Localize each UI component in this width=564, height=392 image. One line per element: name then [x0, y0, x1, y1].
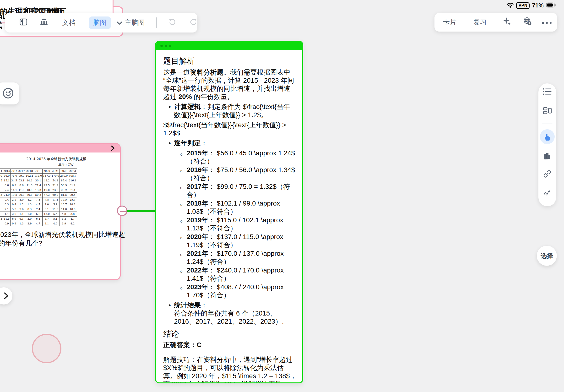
- copy-cards-button[interactable]: [543, 152, 551, 162]
- stats-bullet: 统计结果： 符合条件的年份共有 6 个（2015、2016、2017、2021、…: [163, 301, 297, 325]
- latex-formula: $$\frac{\text{当年数值}}{\text{上年数值}} > 1.2$…: [163, 121, 297, 137]
- battery-percent: 71%: [532, 2, 543, 9]
- year-label: 2022年: [187, 266, 208, 274]
- scribble-tool-button[interactable]: [543, 187, 552, 197]
- left-toolbar: 文档 脑图 主脑图: [5, 13, 197, 32]
- analysis-card-body: 题目解析 这是一道资料分析题。我们需要根据图表中“全球”这一行的数据，计算 20…: [156, 50, 302, 383]
- year-label: 2015年: [187, 149, 208, 157]
- question-card-header[interactable]: [0, 144, 120, 153]
- copy-icon: [543, 152, 551, 162]
- chevron-down-icon: [117, 19, 122, 27]
- question-text-line: 过20%的年份有几个?: [0, 239, 120, 248]
- hand-pointer-icon: [540, 129, 555, 144]
- year-label: 2016年: [187, 166, 208, 174]
- library-button[interactable]: [38, 13, 50, 32]
- year-judgment-item: 2021年： $170.0 / 137.0 \approx 1.24$（符合）: [163, 250, 297, 266]
- tab-mindmap[interactable]: 脑图: [89, 16, 111, 29]
- tab-document[interactable]: 文档: [60, 13, 77, 32]
- pv-data-table: 4201520162017201820192020202120222023 05…: [0, 168, 77, 226]
- right-tool-rail: [538, 84, 556, 206]
- analysis-intro: 这是一道资料分析题。我们需要根据图表中“全球”这一行的数据，计算 2015 - …: [163, 68, 297, 101]
- year-judgment-item: 2016年： $75.0 / 56.0 \approx 1.34$（符合）: [163, 166, 297, 182]
- globe-question-icon: ww?: [523, 17, 533, 28]
- conclusion-heading: 结论: [163, 329, 297, 339]
- solving-tips: 解题技巧：在资料分析中，遇到“增长率超过 $X%$”的题目，可以将除法转化为乘法…: [163, 356, 297, 383]
- pointer-tool-button[interactable]: [540, 129, 555, 144]
- year-label: 2021年: [187, 250, 208, 257]
- background-text-fragment: 式: [0, 20, 2, 31]
- expand-chevron-icon[interactable]: [110, 145, 115, 153]
- mindmap-canvas[interactable]: 的生理和疾病周期 2月27日周五 乱动 式 VPN 71% 文档 脑图: [0, 0, 564, 392]
- wink-smiley-icon: [1, 86, 15, 101]
- tab-mindmap-label: 脑图: [93, 18, 107, 27]
- stats-label: 统计结果：: [174, 301, 207, 309]
- year-label: 2020年: [187, 233, 208, 240]
- year-judgment-item: 2017年： $99.0 / 75.0 = 1.32$（符合）: [163, 183, 297, 199]
- year-judgment-item: 2022年： $240.0 / 170.0 \approx 1.41$（符合）: [163, 266, 297, 282]
- more-options-button[interactable]: [540, 13, 554, 31]
- record-indicator[interactable]: [32, 334, 61, 363]
- select-mode-button[interactable]: 选择: [537, 246, 557, 266]
- cards-button[interactable]: 卡片: [440, 13, 459, 31]
- review-button-label: 复习: [473, 18, 487, 27]
- chevron-right-icon: [4, 292, 9, 300]
- sparkles-icon: [502, 17, 512, 28]
- table-title: 2014-2023 年全球新增光伏装机规模: [26, 157, 120, 161]
- analysis-node-card[interactable]: 题目解析 这是一道资料分析题。我们需要根据图表中“全球”这一行的数据，计算 20…: [155, 41, 303, 383]
- ai-assistant-button[interactable]: [500, 13, 514, 31]
- question-text-line: 2015-2023年，全球新增光伏装机规模同比增速超: [0, 230, 120, 239]
- redo-icon: [189, 18, 198, 28]
- undo-button[interactable]: [165, 13, 179, 32]
- cards-button-label: 卡片: [443, 18, 456, 27]
- card-layout-button[interactable]: [542, 106, 552, 116]
- sidebar-toggle-button[interactable]: [17, 13, 30, 32]
- question-node-card[interactable]: 2014-2023 年全球新增光伏装机规模 单位：GW 420152016201…: [0, 143, 121, 280]
- year-judgment-item: 2019年： $115.0 / 102.1 \approx 1.13$（不符合）: [163, 216, 297, 232]
- year-judgment-item: 2015年： $56.0 / 45.0 \approx 1.24$（符合）: [163, 149, 297, 165]
- mindmap-selector[interactable]: 主脑图: [113, 13, 149, 32]
- stats-detail: 符合条件的年份共有 6 个（2015、2016、2017、2021、2022、2…: [174, 309, 297, 325]
- bank-icon: [40, 17, 49, 28]
- right-toolbar: 卡片 复习 ww?: [434, 13, 557, 31]
- scribble-icon: [543, 187, 552, 197]
- select-mode-label: 选择: [541, 252, 553, 259]
- layout-icon: [542, 106, 552, 116]
- card-dots-icon: [160, 45, 171, 47]
- correct-answer: 正确答案：C: [163, 341, 297, 349]
- yearly-judgment-bullet: 逐年判定：: [163, 139, 297, 147]
- undo-icon: [168, 18, 176, 28]
- tab-document-label: 文档: [62, 18, 76, 27]
- vpn-badge: VPN: [516, 2, 530, 9]
- sidebar-panel-icon: [19, 17, 28, 28]
- year-label: 2019年: [187, 216, 208, 224]
- svg-text:?: ?: [529, 22, 530, 25]
- rail-divider: [542, 124, 552, 124]
- expand-sidebar-button[interactable]: [0, 287, 13, 305]
- year-label: 2023年: [187, 283, 208, 291]
- list-icon: [542, 87, 552, 97]
- logic-bullet: 计算逻辑：判定条件为 $\frac{\text{当年数值}}{\text{上年数…: [163, 103, 297, 119]
- collapse-branch-button[interactable]: [117, 206, 127, 216]
- link-icon: [543, 169, 552, 179]
- link-tool-button[interactable]: [543, 169, 552, 179]
- minus-icon: [120, 211, 126, 212]
- ellipsis-icon: [542, 18, 552, 26]
- year-label: 2018年: [187, 200, 208, 207]
- review-button[interactable]: 复习: [470, 13, 489, 31]
- status-bar: VPN 71%: [507, 2, 556, 9]
- analysis-title: 题目解析: [163, 56, 297, 66]
- year-label: 2017年: [187, 183, 208, 190]
- mindmap-selector-label: 主脑图: [125, 18, 145, 27]
- analysis-card-header[interactable]: [156, 42, 302, 50]
- wifi-icon: [507, 2, 514, 9]
- redo-button[interactable]: [187, 13, 200, 32]
- branch-connector-line: [125, 210, 156, 212]
- emoji-reaction-button[interactable]: [0, 83, 19, 104]
- year-judgment-list: 2015年： $56.0 / 45.0 \approx 1.24$（符合） 20…: [163, 149, 297, 299]
- year-judgment-item: 2020年： $137.0 / 115.0 \approx 1.19$（不符合）: [163, 233, 297, 249]
- toolbar-divider: [156, 17, 157, 28]
- outline-list-button[interactable]: [542, 87, 552, 97]
- web-help-button[interactable]: ww?: [521, 13, 534, 31]
- year-judgment-item: 2018年： $102.1 / 99.0 \approx 1.03$（不符合）: [163, 199, 297, 216]
- battery-icon: [546, 2, 556, 9]
